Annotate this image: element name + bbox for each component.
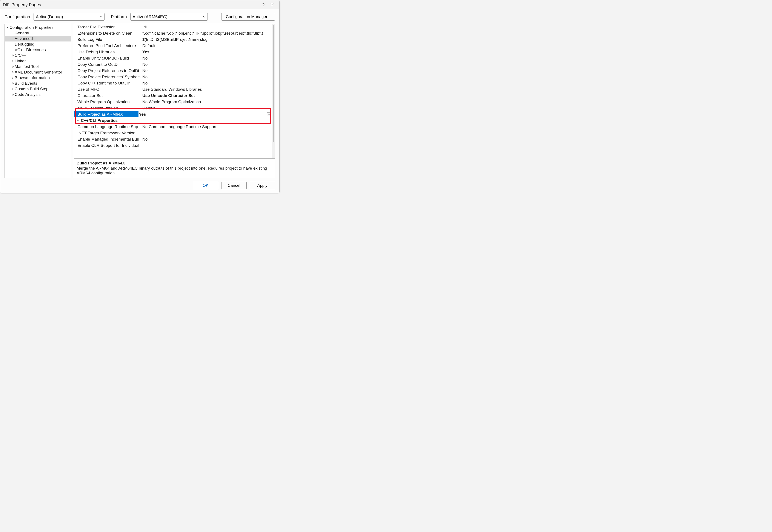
property-value[interactable]: $(IntDir)$(MSBuildProjectName).log: [142, 37, 272, 42]
category-tree[interactable]: Configuration Properties GeneralAdvanced…: [5, 24, 71, 178]
tree-item-label: Code Analysis: [15, 92, 40, 97]
config-row: Configuration: Active(Debug) Platform: A…: [0, 9, 279, 24]
property-value[interactable]: No: [142, 62, 272, 67]
property-value[interactable]: Yes: [142, 50, 272, 54]
expand-icon: [11, 88, 15, 90]
property-value[interactable]: No: [142, 137, 272, 142]
tree-item-label: VC++ Directories: [15, 48, 46, 52]
configuration-manager-button[interactable]: Configuration Manager...: [221, 13, 275, 21]
ok-button[interactable]: OK: [193, 182, 218, 189]
tree-item[interactable]: C/C++: [5, 53, 71, 58]
tree-item[interactable]: Linker: [5, 58, 71, 64]
tree-item[interactable]: General: [5, 30, 71, 36]
property-row[interactable]: Preferred Build Tool ArchitectureDefault: [74, 43, 272, 49]
property-name: MSVC Toolset Version: [77, 106, 142, 110]
cancel-button[interactable]: Cancel: [221, 182, 247, 189]
property-row[interactable]: Enable CLR Support for Individual: [74, 142, 272, 149]
property-row[interactable]: Character SetUse Unicode Character Set: [74, 92, 272, 99]
property-name: .NET Target Framework Version: [77, 131, 142, 135]
expand-icon: [11, 71, 15, 73]
property-name: Build Project as ARM64X: [74, 111, 138, 117]
property-row[interactable]: Copy C++ Runtime to OutDirNo: [74, 80, 272, 86]
platform-value: Active(ARM64EC): [133, 14, 167, 19]
collapse-icon: [6, 26, 9, 29]
dropdown-button[interactable]: [267, 112, 271, 116]
dialog-footer: OK Cancel Apply: [0, 178, 279, 193]
tree-item[interactable]: Manifest Tool: [5, 64, 71, 69]
property-row[interactable]: Whole Program OptimizationNo Whole Progr…: [74, 99, 272, 105]
description-body: Merge the ARM64 and ARM64EC binary outpu…: [77, 166, 272, 175]
expand-icon: [11, 66, 15, 68]
property-name: Copy Project References' Symbols: [77, 75, 142, 79]
tree-item[interactable]: Browse Information: [5, 75, 71, 81]
property-row[interactable]: Use of MFCUse Standard Windows Libraries: [74, 86, 272, 92]
property-row[interactable]: Target File Extension.dll: [74, 24, 272, 30]
tree-item[interactable]: XML Document Generator: [5, 69, 71, 75]
expand-icon: [11, 54, 15, 57]
property-row[interactable]: Build Log File$(IntDir)$(MSBuildProjectN…: [74, 36, 272, 43]
property-value[interactable]: Yes: [138, 112, 272, 117]
property-value[interactable]: No: [142, 68, 272, 73]
window-title: Dll1 Property Pages: [3, 2, 259, 7]
property-value[interactable]: Default: [142, 106, 272, 110]
tree-item[interactable]: Build Events: [5, 81, 71, 86]
property-row[interactable]: .NET Target Framework Version: [74, 130, 272, 136]
apply-button[interactable]: Apply: [250, 182, 275, 189]
tree-item[interactable]: Custom Build Step: [5, 86, 71, 92]
property-row[interactable]: Enable Managed Incremental BuilNo: [74, 136, 272, 142]
property-pages-dialog: Dll1 Property Pages ? Configuration: Act…: [0, 0, 279, 193]
property-name: Use of MFC: [77, 87, 142, 92]
tree-item-label: C/C++: [15, 53, 26, 58]
property-value[interactable]: No: [142, 56, 272, 61]
description-panel: Build Project as ARM64X Merge the ARM64 …: [74, 159, 275, 178]
property-row[interactable]: Copy Project References to OutDiNo: [74, 67, 272, 74]
property-name: Preferred Build Tool Architecture: [77, 43, 142, 48]
property-name: Build Log File: [77, 37, 142, 42]
property-name: Target File Extension: [77, 25, 142, 29]
property-value[interactable]: No Whole Program Optimization: [142, 100, 272, 104]
close-button[interactable]: [268, 2, 276, 8]
tree-root-configuration-properties[interactable]: Configuration Properties: [5, 25, 71, 30]
expand-icon: [11, 94, 15, 96]
property-row[interactable]: MSVC Toolset VersionDefault: [74, 105, 272, 111]
tree-item[interactable]: Advanced: [5, 36, 71, 41]
expand-icon: [11, 82, 15, 84]
collapse-icon: [77, 119, 80, 122]
configuration-value: Active(Debug): [36, 14, 63, 19]
tree-item-label: Manifest Tool: [15, 64, 39, 69]
property-value[interactable]: Use Standard Windows Libraries: [142, 87, 272, 92]
platform-label: Platform:: [111, 14, 128, 19]
expand-icon: [11, 60, 15, 62]
vertical-scrollbar[interactable]: [272, 24, 275, 158]
tree-item[interactable]: VC++ Directories: [5, 47, 71, 53]
tree-item[interactable]: Debugging: [5, 41, 71, 47]
property-row[interactable]: Use Debug LibrariesYes: [74, 49, 272, 55]
description-title: Build Project as ARM64X: [77, 161, 272, 166]
configuration-combo[interactable]: Active(Debug): [34, 13, 104, 21]
property-value[interactable]: Use Unicode Character Set: [142, 93, 272, 98]
right-column: Target File Extension.dllExtensions to D…: [74, 24, 275, 178]
platform-combo[interactable]: Active(ARM64EC): [130, 13, 208, 21]
tree-item-label: Browse Information: [15, 75, 50, 80]
property-row[interactable]: Build Project as ARM64XYes: [74, 111, 272, 117]
help-button[interactable]: ?: [259, 2, 268, 7]
property-value[interactable]: .dll: [142, 25, 272, 29]
main-area: Configuration Properties GeneralAdvanced…: [0, 24, 279, 178]
property-value[interactable]: No: [142, 81, 272, 86]
property-value[interactable]: *.cdf;*.cache;*.obj;*.obj.enc;*.ilk;*.ip…: [142, 31, 272, 36]
property-row[interactable]: Copy Content to OutDirNo: [74, 61, 272, 67]
property-name: Copy Content to OutDir: [77, 62, 142, 67]
property-row[interactable]: Copy Project References' SymbolsNo: [74, 74, 272, 80]
property-row[interactable]: Extensions to Delete on Clean*.cdf;*.cac…: [74, 30, 272, 36]
property-name: Copy C++ Runtime to OutDir: [77, 81, 142, 86]
tree-item-label: Custom Build Step: [15, 87, 48, 91]
property-name: Enable Managed Incremental Buil: [77, 137, 142, 142]
property-value[interactable]: No Common Language Runtime Support: [142, 124, 272, 129]
property-value[interactable]: No: [142, 75, 272, 79]
tree-item-label: Linker: [15, 59, 26, 63]
property-row[interactable]: Common Language Runtime SupNo Common Lan…: [74, 124, 272, 130]
property-row[interactable]: Enable Unity (JUMBO) BuildNo: [74, 55, 272, 61]
property-group-header[interactable]: C++/CLI Properties: [74, 117, 272, 124]
property-value[interactable]: Default: [142, 43, 272, 48]
tree-item[interactable]: Code Analysis: [5, 92, 71, 97]
